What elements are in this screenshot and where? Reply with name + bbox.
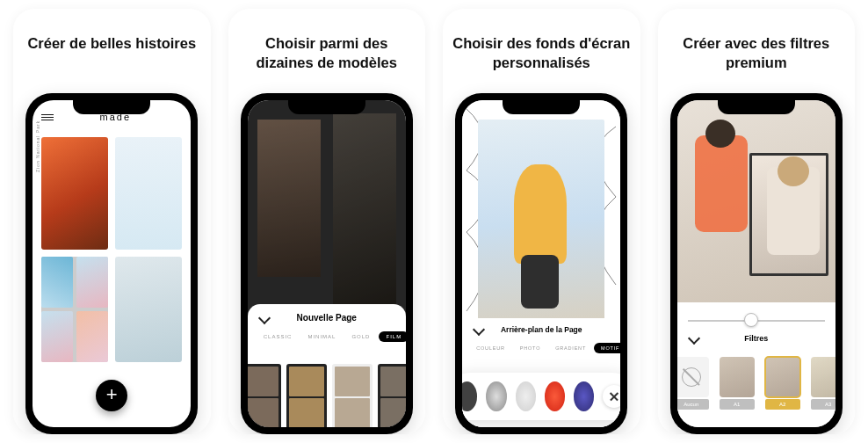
- phone-notch: [288, 98, 365, 114]
- phone-mock: Arrière-plan de la Page COULEUR PHOTO GR…: [455, 93, 627, 434]
- phone-screen: Nouvelle Page CLASSIC MINIMAL GOLD FILM …: [248, 100, 406, 427]
- sheet-title: Filtres: [690, 334, 823, 343]
- phone-notch: [718, 98, 795, 114]
- filter-sheet: Filtres Aucun A1 A2: [677, 329, 835, 427]
- headline: Créer de belles histoires: [27, 33, 196, 74]
- hero-photo[interactable]: [478, 120, 604, 325]
- sheet-title: Arrière-plan de la Page: [474, 325, 608, 334]
- chip-classic[interactable]: CLASSIC: [257, 331, 300, 342]
- promo-card-2: Choisir parmi des dizaines de modèles No…: [228, 9, 426, 434]
- sheet-header: Nouvelle Page: [248, 313, 406, 328]
- category-chips: CLASSIC MINIMAL GOLD FILM BLACK: [248, 328, 406, 345]
- promo-card-4: Créer avec des filtres premium Filtres: [658, 9, 856, 434]
- chip-motif[interactable]: MOTIF: [594, 343, 620, 353]
- motif-swatch[interactable]: [574, 381, 594, 411]
- chip-gold[interactable]: GOLD: [344, 331, 377, 342]
- story-tile[interactable]: Zion National Park: [41, 137, 108, 250]
- phone-mock: made Zion National Park +: [25, 93, 198, 434]
- filter-canvas[interactable]: [677, 100, 835, 302]
- background-sheet: Arrière-plan de la Page COULEUR PHOTO GR…: [462, 318, 620, 427]
- motif-swatch[interactable]: [516, 381, 536, 411]
- close-icon[interactable]: [603, 385, 620, 408]
- bg-chips: COULEUR PHOTO GRADIENT MOTIF: [462, 339, 620, 357]
- filter-label: Aucun: [677, 399, 709, 410]
- phone-screen: made Zion National Park +: [33, 100, 191, 427]
- story-grid: Zion National Park: [33, 134, 191, 362]
- headline: Choisir parmi des dizaines de modèles: [235, 33, 419, 74]
- slider-knob[interactable]: [744, 313, 758, 327]
- add-button[interactable]: +: [96, 380, 127, 411]
- chip-gradient[interactable]: GRADIENT: [548, 343, 593, 353]
- motif-swatch[interactable]: [545, 381, 565, 411]
- phone-mock: Filtres Aucun A1 A2: [670, 93, 843, 434]
- phone-mock: Nouvelle Page CLASSIC MINIMAL GOLD FILM …: [241, 93, 413, 434]
- filter-a2[interactable]: A2: [763, 357, 802, 415]
- filter-label: A1: [720, 399, 755, 410]
- chip-minimal[interactable]: MINIMAL: [300, 331, 343, 342]
- story-tile[interactable]: [115, 137, 182, 250]
- sheet-header: Arrière-plan de la Page: [462, 325, 620, 339]
- template-thumb[interactable]: [286, 364, 327, 427]
- sheet-header: Filtres: [677, 329, 835, 348]
- chip-couleur[interactable]: COULEUR: [469, 343, 512, 353]
- filter-none[interactable]: Aucun: [677, 357, 711, 415]
- promo-card-3: Choisir des fonds d'écran personnalisés: [443, 9, 640, 434]
- phone-notch: [73, 98, 150, 114]
- template-sheet: Nouvelle Page CLASSIC MINIMAL GOLD FILM …: [248, 304, 406, 427]
- template-thumb[interactable]: [378, 364, 406, 427]
- motif-swatch[interactable]: [486, 381, 506, 411]
- phone-screen: Filtres Aucun A1 A2: [677, 100, 835, 427]
- headline: Créer avec des filtres premium: [665, 33, 849, 74]
- sheet-title: Nouvelle Page: [260, 313, 394, 323]
- headline: Choisir des fonds d'écran personnalisés: [450, 33, 633, 74]
- phone-screen: Arrière-plan de la Page COULEUR PHOTO GR…: [462, 100, 620, 427]
- filter-label: A2: [765, 399, 800, 410]
- chip-photo[interactable]: PHOTO: [513, 343, 547, 353]
- template-thumb[interactable]: [332, 364, 373, 427]
- template-thumb-row[interactable]: [248, 364, 406, 427]
- filter-row[interactable]: Aucun A1 A2 A3: [677, 357, 835, 415]
- intensity-slider[interactable]: [688, 309, 825, 330]
- promo-card-1: Créer de belles histoires made Zion Nati…: [13, 9, 211, 434]
- filter-a3[interactable]: A3: [809, 357, 835, 415]
- template-thumb[interactable]: [248, 364, 281, 427]
- motif-swatch-row: [462, 373, 620, 420]
- filter-a1[interactable]: A1: [718, 357, 756, 415]
- tile-caption: Zion National Park: [35, 120, 40, 172]
- story-tile[interactable]: [41, 257, 108, 362]
- story-tile[interactable]: [115, 257, 182, 362]
- motif-swatch[interactable]: [462, 381, 477, 411]
- filter-label: A3: [811, 399, 835, 410]
- phone-notch: [503, 98, 580, 114]
- chip-film[interactable]: FILM: [379, 331, 405, 342]
